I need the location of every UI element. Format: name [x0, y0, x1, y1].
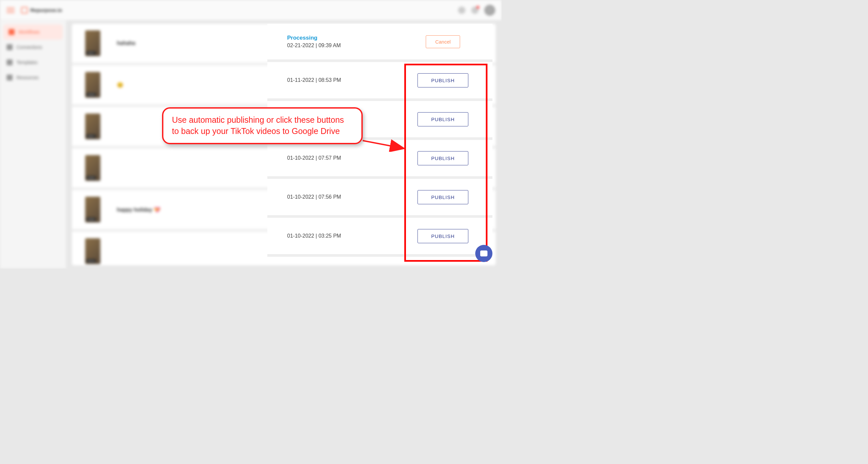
sidebar-item-label: Resources [17, 75, 39, 80]
duration-badge: 00:16 [87, 259, 96, 263]
avatar[interactable] [485, 5, 495, 16]
sidebar-item-label: Connections [17, 44, 42, 50]
duration-badge: 00:08 [87, 93, 96, 96]
status-processing: Processing [287, 35, 341, 41]
notifications-icon[interactable] [471, 7, 478, 14]
chat-icon [480, 250, 488, 256]
video-thumbnail[interactable]: 00:07 [85, 114, 100, 139]
video-thumbnail[interactable]: 00:07 [85, 30, 100, 56]
sidebar-item-templates[interactable]: Templates [0, 55, 66, 70]
duration-badge: 00:09 [87, 176, 96, 180]
datetime-text: 01-10-2022 | 07:57 PM [287, 155, 341, 161]
datetime-text: 02-21-2022 | 09:39 AM [287, 42, 341, 49]
chat-fab[interactable] [475, 245, 492, 262]
app-header: Repurpose.io [0, 0, 502, 21]
duration-badge: 00:07 [87, 134, 96, 138]
sidebar: Workflows Connections Templates Resource… [0, 21, 66, 269]
datetime-text: 01-10-2022 | 03:25 PM [287, 233, 341, 239]
templates-icon [7, 59, 12, 65]
video-thumbnail[interactable]: 00:08 [85, 197, 100, 222]
connections-icon [7, 44, 12, 50]
help-icon[interactable] [458, 7, 465, 14]
sharp-region: Processing 02-21-2022 | 09:39 AM Cancel … [267, 24, 492, 269]
video-thumbnail[interactable]: 00:09 [85, 155, 100, 181]
duration-badge: 00:07 [87, 51, 96, 55]
video-thumbnail[interactable]: 00:16 [85, 238, 100, 264]
publish-button[interactable]: PUBLISH [417, 190, 468, 204]
publish-button[interactable]: PUBLISH [417, 229, 468, 243]
sidebar-item-connections[interactable]: Connections [0, 40, 66, 55]
workflows-icon [8, 29, 14, 35]
sidebar-item-label: Workflows [19, 29, 40, 35]
sidebar-item-label: Templates [17, 60, 38, 65]
duration-badge: 00:08 [87, 217, 96, 221]
publish-button[interactable]: PUBLISH [417, 112, 468, 126]
publish-button[interactable]: PUBLISH [417, 151, 468, 165]
datetime-text: 01-11-2022 | 08:53 PM [287, 77, 341, 83]
datetime-text: 01-10-2022 | 07:56 PM [287, 194, 341, 200]
sidebar-item-workflows[interactable]: Workflows [3, 24, 63, 40]
logo-text: Repurpose.io [30, 7, 62, 13]
logo-icon [21, 7, 28, 13]
logo[interactable]: Repurpose.io [21, 7, 62, 13]
resources-icon [7, 74, 12, 81]
hamburger-icon[interactable] [7, 8, 14, 13]
sidebar-item-resources[interactable]: Resources [0, 70, 66, 85]
video-thumbnail[interactable]: 00:08 [85, 72, 100, 98]
annotation-callout: Use automatic publishing or click these … [162, 107, 363, 144]
publish-button[interactable]: PUBLISH [417, 73, 468, 88]
cancel-button[interactable]: Cancel [426, 35, 460, 48]
